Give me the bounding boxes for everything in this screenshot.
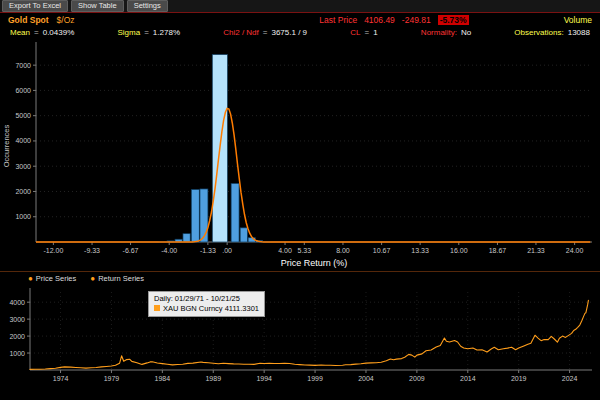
svg-text:4000: 4000 xyxy=(15,137,31,144)
svg-text:1989: 1989 xyxy=(205,375,221,382)
svg-text:1994: 1994 xyxy=(256,375,272,382)
svg-text:3000: 3000 xyxy=(9,316,25,323)
svg-text:2019: 2019 xyxy=(511,375,527,382)
price-change: -249.81 xyxy=(402,15,431,25)
show-table-button[interactable]: Show Table xyxy=(71,0,124,12)
legend-return-series[interactable]: ● Return Series xyxy=(90,274,144,283)
svg-text:21.33: 21.33 xyxy=(527,247,545,254)
last-price-label: Last Price xyxy=(319,15,357,25)
svg-text:1000: 1000 xyxy=(9,350,25,357)
svg-text:4000: 4000 xyxy=(9,299,25,306)
svg-text:.00: .00 xyxy=(222,247,232,254)
svg-text:6000: 6000 xyxy=(15,87,31,94)
last-price-value: 4106.49 xyxy=(364,15,395,25)
svg-text:4.00: 4.00 xyxy=(278,247,292,254)
svg-text:13.33: 13.33 xyxy=(411,247,429,254)
security-unit: $/Oz xyxy=(57,15,75,25)
svg-text:18.67: 18.67 xyxy=(489,247,507,254)
svg-text:1999: 1999 xyxy=(307,375,323,382)
svg-text:-4.00: -4.00 xyxy=(161,247,177,254)
price-series-chart[interactable]: 1000200030004000197419791984198919941999… xyxy=(0,284,600,400)
svg-text:Price Return (%): Price Return (%) xyxy=(281,258,348,268)
svg-text:-9.33: -9.33 xyxy=(84,247,100,254)
series-legend: ● Price Series ● Return Series xyxy=(28,274,144,283)
svg-text:8.00: 8.00 xyxy=(336,247,350,254)
pct-change-badge: -5.73% xyxy=(438,15,469,25)
svg-text:1974: 1974 xyxy=(53,375,69,382)
svg-text:Occurrences: Occurrences xyxy=(2,124,11,167)
svg-text:5.33: 5.33 xyxy=(297,247,311,254)
svg-text:1984: 1984 xyxy=(155,375,171,382)
toolbar: Export To Excel Show Table Settings xyxy=(0,0,600,13)
bloomberg-hra-window: Export To Excel Show Table Settings Gold… xyxy=(0,0,600,400)
return-series-label: Return Series xyxy=(98,274,144,283)
security-header: Gold Spot $/Oz Last Price 4106.49 -249.8… xyxy=(0,14,600,26)
price-series-dot-icon: ● xyxy=(28,275,33,283)
svg-text:24.00: 24.00 xyxy=(566,247,584,254)
price-series-label: Price Series xyxy=(36,274,76,283)
histogram-chart[interactable]: 1000200030004000500060007000-12.00-9.33-… xyxy=(0,36,600,270)
legend-price-series[interactable]: ● Price Series xyxy=(28,274,76,283)
svg-text:3000: 3000 xyxy=(15,163,31,170)
svg-text:2024: 2024 xyxy=(562,375,578,382)
svg-text:2014: 2014 xyxy=(460,375,476,382)
tooltip-value-text: XAU BGN Curncy 4111.3301 xyxy=(163,304,259,313)
svg-text:-1.33: -1.33 xyxy=(200,247,216,254)
tooltip-date-range: Daily: 01/29/71 - 10/21/25 xyxy=(154,294,259,304)
svg-text:10.67: 10.67 xyxy=(373,247,391,254)
tooltip-value-line: XAU BGN Curncy 4111.3301 xyxy=(154,304,259,314)
security-name: Gold Spot xyxy=(8,15,49,25)
svg-text:2000: 2000 xyxy=(9,333,25,340)
svg-text:-6.67: -6.67 xyxy=(123,247,139,254)
svg-text:-12.00: -12.00 xyxy=(43,247,63,254)
settings-button[interactable]: Settings xyxy=(127,0,168,12)
series-swatch-icon xyxy=(154,305,160,311)
chart-tooltip: Daily: 01/29/71 - 10/21/25 XAU BGN Curnc… xyxy=(148,291,265,317)
panel-divider xyxy=(0,271,600,272)
svg-text:2004: 2004 xyxy=(358,375,374,382)
svg-text:16.00: 16.00 xyxy=(450,247,468,254)
svg-text:2000: 2000 xyxy=(15,188,31,195)
svg-text:1979: 1979 xyxy=(104,375,120,382)
return-series-dot-icon: ● xyxy=(90,275,95,283)
svg-text:1000: 1000 xyxy=(15,213,31,220)
last-price-group: Last Price 4106.49 -249.81 -5.73% xyxy=(319,15,468,25)
svg-text:7000: 7000 xyxy=(15,62,31,69)
svg-text:5000: 5000 xyxy=(15,112,31,119)
volume-label: Volume xyxy=(564,15,592,25)
svg-text:2009: 2009 xyxy=(409,375,425,382)
export-to-excel-button[interactable]: Export To Excel xyxy=(2,0,68,12)
